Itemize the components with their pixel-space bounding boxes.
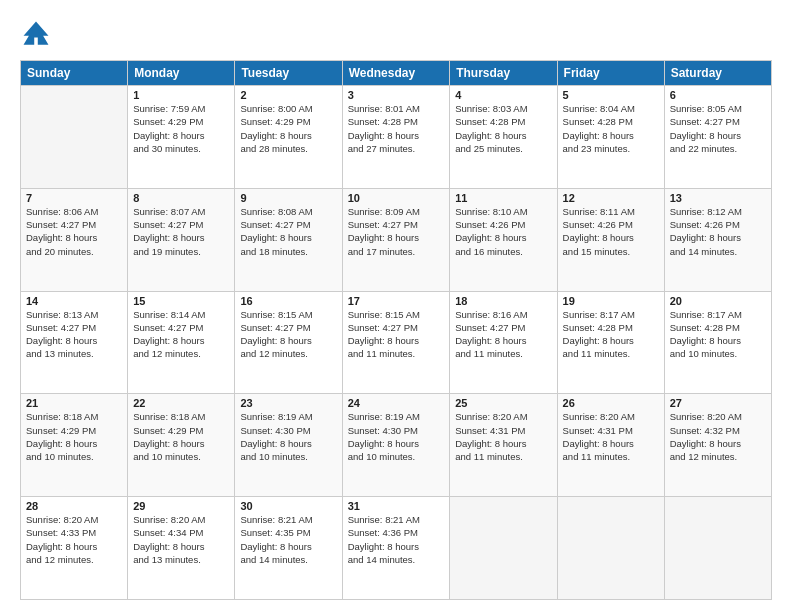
day-number: 14 — [26, 295, 122, 307]
calendar-cell: 14Sunrise: 8:13 AMSunset: 4:27 PMDayligh… — [21, 291, 128, 394]
calendar-week-row: 28Sunrise: 8:20 AMSunset: 4:33 PMDayligh… — [21, 497, 772, 600]
daylight-label: Daylight: 8 hours — [670, 335, 741, 346]
day-number: 20 — [670, 295, 766, 307]
sunset-label: Sunset: 4:34 PM — [133, 527, 203, 538]
sunrise-label: Sunrise: 8:07 AM — [133, 206, 205, 217]
day-number: 5 — [563, 89, 659, 101]
calendar-cell: 2Sunrise: 8:00 AMSunset: 4:29 PMDaylight… — [235, 86, 342, 189]
daylight-minutes-label: and 12 minutes. — [240, 348, 308, 359]
day-info: Sunrise: 8:17 AMSunset: 4:28 PMDaylight:… — [563, 308, 659, 361]
calendar-cell: 11Sunrise: 8:10 AMSunset: 4:26 PMDayligh… — [450, 188, 557, 291]
day-info: Sunrise: 8:18 AMSunset: 4:29 PMDaylight:… — [133, 410, 229, 463]
daylight-minutes-label: and 20 minutes. — [26, 246, 94, 257]
daylight-minutes-label: and 15 minutes. — [563, 246, 631, 257]
sunset-label: Sunset: 4:29 PM — [26, 425, 96, 436]
daylight-minutes-label: and 11 minutes. — [455, 451, 523, 462]
day-number: 29 — [133, 500, 229, 512]
daylight-minutes-label: and 18 minutes. — [240, 246, 308, 257]
day-number: 11 — [455, 192, 551, 204]
sunset-label: Sunset: 4:31 PM — [563, 425, 633, 436]
daylight-label: Daylight: 8 hours — [133, 541, 204, 552]
day-number: 25 — [455, 397, 551, 409]
daylight-label: Daylight: 8 hours — [348, 541, 419, 552]
daylight-label: Daylight: 8 hours — [563, 130, 634, 141]
sunrise-label: Sunrise: 8:20 AM — [455, 411, 527, 422]
daylight-minutes-label: and 11 minutes. — [348, 348, 416, 359]
day-info: Sunrise: 8:20 AMSunset: 4:32 PMDaylight:… — [670, 410, 766, 463]
day-header-saturday: Saturday — [664, 61, 771, 86]
day-number: 19 — [563, 295, 659, 307]
day-info: Sunrise: 8:04 AMSunset: 4:28 PMDaylight:… — [563, 102, 659, 155]
daylight-label: Daylight: 8 hours — [240, 232, 311, 243]
sunset-label: Sunset: 4:31 PM — [455, 425, 525, 436]
sunset-label: Sunset: 4:26 PM — [455, 219, 525, 230]
calendar-cell: 29Sunrise: 8:20 AMSunset: 4:34 PMDayligh… — [128, 497, 235, 600]
calendar-cell: 3Sunrise: 8:01 AMSunset: 4:28 PMDaylight… — [342, 86, 450, 189]
daylight-minutes-label: and 14 minutes. — [240, 554, 308, 565]
sunset-label: Sunset: 4:29 PM — [240, 116, 310, 127]
daylight-minutes-label: and 12 minutes. — [670, 451, 738, 462]
sunset-label: Sunset: 4:27 PM — [348, 322, 418, 333]
day-number: 13 — [670, 192, 766, 204]
daylight-minutes-label: and 12 minutes. — [26, 554, 94, 565]
sunset-label: Sunset: 4:27 PM — [26, 322, 96, 333]
day-info: Sunrise: 8:00 AMSunset: 4:29 PMDaylight:… — [240, 102, 336, 155]
day-info: Sunrise: 8:08 AMSunset: 4:27 PMDaylight:… — [240, 205, 336, 258]
sunset-label: Sunset: 4:27 PM — [133, 219, 203, 230]
sunset-label: Sunset: 4:26 PM — [670, 219, 740, 230]
daylight-minutes-label: and 12 minutes. — [133, 348, 201, 359]
calendar-cell: 31Sunrise: 8:21 AMSunset: 4:36 PMDayligh… — [342, 497, 450, 600]
sunrise-label: Sunrise: 8:17 AM — [670, 309, 742, 320]
daylight-minutes-label: and 28 minutes. — [240, 143, 308, 154]
calendar-cell: 21Sunrise: 8:18 AMSunset: 4:29 PMDayligh… — [21, 394, 128, 497]
sunrise-label: Sunrise: 8:00 AM — [240, 103, 312, 114]
daylight-label: Daylight: 8 hours — [455, 232, 526, 243]
daylight-minutes-label: and 23 minutes. — [563, 143, 631, 154]
day-info: Sunrise: 8:06 AMSunset: 4:27 PMDaylight:… — [26, 205, 122, 258]
calendar-cell: 1Sunrise: 7:59 AMSunset: 4:29 PMDaylight… — [128, 86, 235, 189]
sunset-label: Sunset: 4:28 PM — [348, 116, 418, 127]
day-number: 2 — [240, 89, 336, 101]
sunrise-label: Sunrise: 8:10 AM — [455, 206, 527, 217]
daylight-minutes-label: and 11 minutes. — [455, 348, 523, 359]
calendar-cell: 18Sunrise: 8:16 AMSunset: 4:27 PMDayligh… — [450, 291, 557, 394]
day-info: Sunrise: 8:21 AMSunset: 4:35 PMDaylight:… — [240, 513, 336, 566]
daylight-label: Daylight: 8 hours — [26, 232, 97, 243]
daylight-label: Daylight: 8 hours — [26, 335, 97, 346]
daylight-minutes-label: and 30 minutes. — [133, 143, 201, 154]
sunset-label: Sunset: 4:28 PM — [563, 116, 633, 127]
day-info: Sunrise: 8:20 AMSunset: 4:31 PMDaylight:… — [455, 410, 551, 463]
sunrise-label: Sunrise: 8:03 AM — [455, 103, 527, 114]
sunset-label: Sunset: 4:28 PM — [670, 322, 740, 333]
calendar-cell: 28Sunrise: 8:20 AMSunset: 4:33 PMDayligh… — [21, 497, 128, 600]
day-info: Sunrise: 8:01 AMSunset: 4:28 PMDaylight:… — [348, 102, 445, 155]
header — [20, 18, 772, 50]
svg-marker-0 — [24, 22, 49, 45]
daylight-label: Daylight: 8 hours — [670, 232, 741, 243]
sunset-label: Sunset: 4:30 PM — [240, 425, 310, 436]
calendar-cell: 17Sunrise: 8:15 AMSunset: 4:27 PMDayligh… — [342, 291, 450, 394]
day-info: Sunrise: 8:20 AMSunset: 4:33 PMDaylight:… — [26, 513, 122, 566]
sunset-label: Sunset: 4:26 PM — [563, 219, 633, 230]
daylight-label: Daylight: 8 hours — [240, 130, 311, 141]
day-number: 3 — [348, 89, 445, 101]
sunrise-label: Sunrise: 8:05 AM — [670, 103, 742, 114]
calendar-cell: 6Sunrise: 8:05 AMSunset: 4:27 PMDaylight… — [664, 86, 771, 189]
day-info: Sunrise: 8:17 AMSunset: 4:28 PMDaylight:… — [670, 308, 766, 361]
sunset-label: Sunset: 4:27 PM — [348, 219, 418, 230]
day-header-monday: Monday — [128, 61, 235, 86]
daylight-minutes-label: and 10 minutes. — [240, 451, 308, 462]
daylight-label: Daylight: 8 hours — [26, 438, 97, 449]
day-info: Sunrise: 8:11 AMSunset: 4:26 PMDaylight:… — [563, 205, 659, 258]
daylight-label: Daylight: 8 hours — [26, 541, 97, 552]
calendar-cell: 25Sunrise: 8:20 AMSunset: 4:31 PMDayligh… — [450, 394, 557, 497]
sunset-label: Sunset: 4:27 PM — [455, 322, 525, 333]
day-info: Sunrise: 8:20 AMSunset: 4:31 PMDaylight:… — [563, 410, 659, 463]
sunrise-label: Sunrise: 8:01 AM — [348, 103, 420, 114]
calendar-table: SundayMondayTuesdayWednesdayThursdayFrid… — [20, 60, 772, 600]
daylight-label: Daylight: 8 hours — [240, 438, 311, 449]
day-number: 9 — [240, 192, 336, 204]
page: SundayMondayTuesdayWednesdayThursdayFrid… — [0, 0, 792, 612]
calendar-cell: 7Sunrise: 8:06 AMSunset: 4:27 PMDaylight… — [21, 188, 128, 291]
day-info: Sunrise: 8:10 AMSunset: 4:26 PMDaylight:… — [455, 205, 551, 258]
